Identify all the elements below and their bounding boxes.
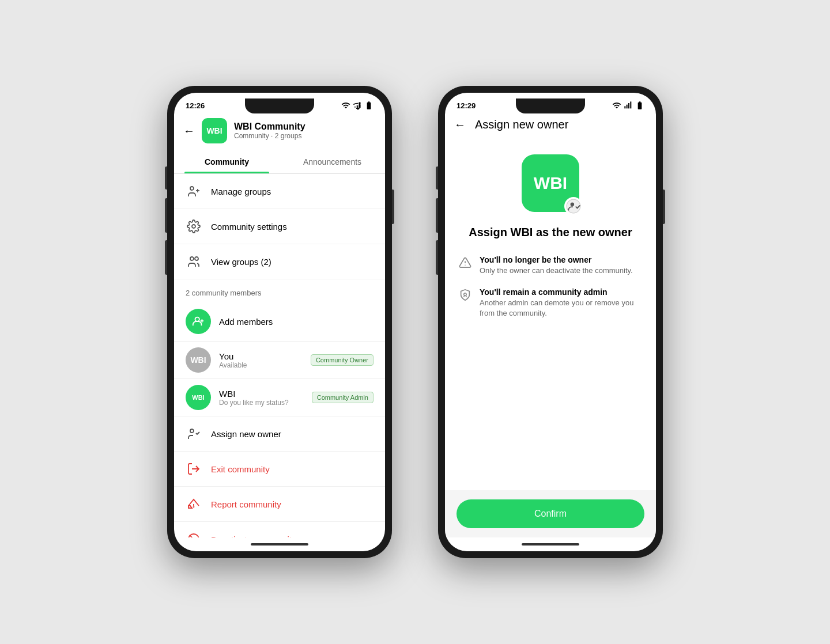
phone-2: 12:29 ← Assign new owner WBI (438, 86, 663, 558)
shield-icon (459, 289, 473, 302)
phone2-home-indicator (445, 537, 656, 551)
view-groups-item[interactable]: View groups (2) (174, 244, 385, 279)
signal-icon (353, 101, 362, 110)
community-avatar: WBI (202, 118, 227, 143)
info-item-admin: You'll remain a community admin Another … (459, 287, 642, 319)
member-you-avatar-text: WBI (190, 355, 206, 365)
wifi-icon (341, 101, 350, 110)
svg-point-10 (195, 257, 198, 260)
warning-icon (459, 256, 473, 270)
home-bar (251, 543, 308, 545)
svg-point-27 (465, 264, 465, 265)
member-you[interactable]: WBI You Available Community Owner (174, 342, 385, 379)
phone2-status-time: 12:29 (456, 101, 476, 110)
member-you-status: Available (219, 361, 303, 369)
info-admin-desc: Another admin can demote you or remove y… (480, 298, 642, 319)
add-members-item[interactable]: Add members (174, 302, 385, 342)
community-settings-item[interactable]: Community settings (174, 209, 385, 244)
deactivate-community-icon (186, 531, 202, 537)
info-item-owner: You'll no longer be the owner Only the o… (459, 255, 642, 276)
svg-point-17 (194, 507, 194, 507)
member-wbi-status: Do you like my status? (219, 399, 304, 407)
manage-groups-item[interactable]: Manage groups (174, 174, 385, 209)
owner-assign-badge (564, 197, 583, 215)
svg-point-14 (190, 429, 194, 433)
assign-owner-icon (186, 426, 202, 442)
info-owner-desc: Only the owner can deactivate the commun… (480, 266, 633, 276)
phone2-signal-icon (624, 101, 633, 110)
community-settings-icon (186, 218, 202, 234)
member-you-name: You (219, 351, 303, 361)
tab-announcements[interactable]: Announcements (280, 150, 385, 173)
deactivate-community-label: Deactivate community (211, 535, 296, 538)
back-button[interactable]: ← (183, 124, 195, 138)
member-wbi-name: WBI (219, 389, 304, 399)
volume-down-button (165, 240, 167, 275)
member-wbi[interactable]: WBI WBI Do you like my status? Community… (174, 379, 385, 416)
info-admin-text: You'll remain a community admin Another … (480, 287, 642, 319)
assign-owner-header: ← Assign new owner (445, 113, 656, 141)
view-groups-label: View groups (2) (211, 257, 271, 267)
svg-rect-20 (624, 106, 625, 108)
svg-rect-23 (630, 101, 631, 108)
members-section-header: 2 community members (174, 279, 385, 302)
add-members-label: Add members (219, 317, 273, 327)
view-groups-icon (186, 253, 202, 270)
exit-community-label: Exit community (211, 464, 270, 474)
home-indicator (174, 537, 385, 551)
status-icons (341, 101, 373, 110)
header-info: WBI Community Community · 2 groups (234, 122, 376, 140)
owner-avatar-text: WBI (534, 173, 567, 193)
svg-rect-21 (627, 105, 628, 109)
manage-groups-label: Manage groups (211, 187, 271, 196)
phone-2-notch (516, 99, 585, 113)
member-you-info: You Available (219, 351, 303, 369)
report-community-item[interactable]: Report community (174, 487, 385, 522)
phone-notch (245, 99, 314, 113)
phone-2-power-button (663, 190, 665, 224)
assign-owner-footer: Confirm (445, 490, 656, 537)
community-name: WBI Community (234, 122, 376, 132)
owner-avatar-container: WBI (522, 154, 579, 212)
tab-community[interactable]: Community (174, 150, 280, 173)
add-member-icon (186, 309, 211, 334)
battery-icon (364, 101, 373, 110)
report-community-label: Report community (211, 499, 281, 509)
assign-user-icon (566, 199, 581, 214)
deactivate-community-item[interactable]: Deactivate community (174, 522, 385, 537)
phone2-wifi-icon (612, 101, 621, 110)
info-owner-text: You'll no longer be the owner Only the o… (480, 255, 633, 276)
phone-2-volume-mute (436, 166, 438, 190)
member-wbi-info: WBI Do you like my status? (219, 389, 304, 407)
svg-rect-4 (359, 103, 361, 108)
report-community-icon (186, 496, 202, 512)
avatar-text: WBI (206, 126, 222, 135)
info-admin-title: You'll remain a community admin (480, 287, 642, 297)
svg-rect-22 (628, 103, 629, 108)
community-settings-label: Community settings (211, 222, 287, 232)
assign-owner-item[interactable]: Assign new owner (174, 416, 385, 452)
phone-2-volume-down (436, 240, 438, 275)
member-wbi-avatar: WBI (186, 385, 211, 410)
svg-point-11 (195, 317, 199, 321)
member-wbi-avatar-text: WBI (192, 394, 204, 401)
power-button (392, 190, 394, 224)
svg-point-8 (192, 225, 195, 228)
svg-rect-2 (354, 106, 356, 108)
volume-up-button (165, 198, 167, 233)
member-you-avatar: WBI (186, 347, 211, 373)
exit-community-item[interactable]: Exit community (174, 452, 385, 487)
confirm-button[interactable]: Confirm (456, 499, 644, 528)
community-sub: Community · 2 groups (234, 132, 376, 140)
svg-point-24 (567, 199, 580, 213)
phone2-home-bar (522, 543, 579, 545)
assign-owner-back-button[interactable]: ← (454, 118, 466, 131)
phone2-battery-icon (635, 101, 644, 110)
phone-1: 12:26 ← WBI WBI Community Com (167, 86, 392, 558)
exit-community-icon (186, 461, 202, 477)
manage-groups-icon (186, 183, 202, 199)
assign-owner-content: WBI Assign WBI as the new owner (445, 141, 656, 490)
phone2-status-icons (612, 101, 644, 110)
svg-rect-3 (357, 105, 359, 108)
volume-mute-button (165, 166, 167, 190)
